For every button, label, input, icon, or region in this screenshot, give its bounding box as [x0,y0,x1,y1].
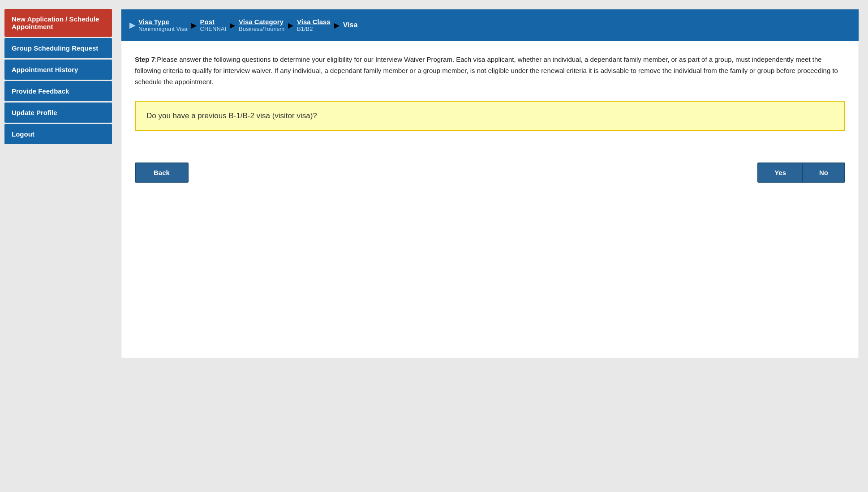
step-info-visa: Visa [343,21,358,29]
progress-step-visa-class: Visa ClassB1/B2 [293,18,334,32]
step-separator-4: ▶ [334,21,339,30]
body-content: Step 7:Please answer the following quest… [121,41,859,154]
footer-buttons: Back Yes No [121,154,859,192]
sidebar-item-update-profile[interactable]: Update Profile [4,103,112,123]
step-title-post[interactable]: Post [200,18,227,26]
step-sub-post: CHENNAI [200,26,227,32]
step-title-visa-type[interactable]: Visa Type [138,18,188,26]
progress-step-visa-type: ▶Visa TypeNonimmigrant Visa [126,18,191,32]
progress-step-visa: Visa [339,21,361,29]
step-title-visa-category[interactable]: Visa Category [239,18,284,26]
question-box: Do you have a previous B-1/B-2 visa (vis… [135,101,845,131]
sidebar-item-logout[interactable]: Logout [4,124,112,144]
step-separator-3: ▶ [288,21,293,30]
step-description-text: Please answer the following questions to… [135,56,838,86]
back-button[interactable]: Back [135,163,189,183]
progress-step-visa-category: Visa CategoryBusiness/Tourism [235,18,288,32]
step-title-visa: Visa [343,21,358,29]
step-sub-visa-category: Business/Tourism [239,26,284,32]
step-sub-visa-class: B1/B2 [297,26,331,32]
step-description: Step 7:Please answer the following quest… [135,54,845,87]
question-text: Do you have a previous B-1/B-2 visa (vis… [146,111,317,120]
step-separator-1: ▶ [191,21,197,30]
sidebar-item-provide-feedback[interactable]: Provide Feedback [4,81,112,101]
progress-step-post: PostCHENNAI [197,18,230,32]
sidebar: New Application / Schedule AppointmentGr… [0,0,116,492]
sidebar-item-group-scheduling[interactable]: Group Scheduling Request [4,38,112,58]
step-info-visa-category: Visa CategoryBusiness/Tourism [239,18,284,32]
sidebar-item-new-application[interactable]: New Application / Schedule Appointment [4,9,112,37]
step-label: Step 7 [135,56,155,63]
yes-no-button-group: Yes No [757,163,845,183]
yes-button[interactable]: Yes [757,163,803,183]
main-content: ▶Visa TypeNonimmigrant Visa▶PostCHENNAI▶… [116,0,868,492]
step-info-visa-type: Visa TypeNonimmigrant Visa [138,18,188,32]
progress-bar: ▶Visa TypeNonimmigrant Visa▶PostCHENNAI▶… [121,9,859,41]
step-separator-2: ▶ [230,21,235,30]
step-sub-visa-type: Nonimmigrant Visa [138,26,188,32]
step-info-post: PostCHENNAI [200,18,227,32]
content-panel: ▶Visa TypeNonimmigrant Visa▶PostCHENNAI▶… [121,9,859,358]
no-button[interactable]: No [803,163,845,183]
sidebar-item-appointment-history[interactable]: Appointment History [4,60,112,80]
step-title-visa-class[interactable]: Visa Class [297,18,331,26]
step-info-visa-class: Visa ClassB1/B2 [297,18,331,32]
step-arrow-0: ▶ [129,20,136,30]
